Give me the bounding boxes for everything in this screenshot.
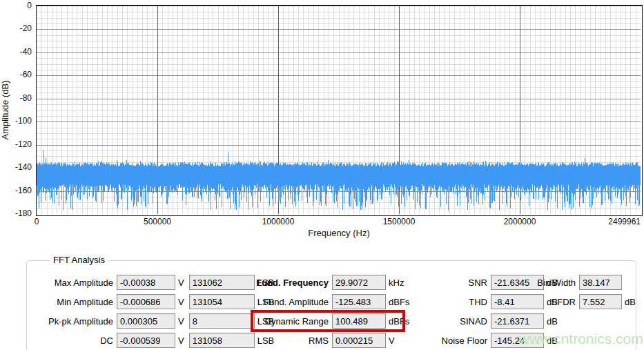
- noise-floor-label: Noise Floor: [413, 336, 491, 346]
- max-amplitude-volts-unit: V: [178, 278, 184, 288]
- fund-amplitude-unit: dBFs: [389, 297, 409, 307]
- dynamic-range-value: 100.489: [335, 316, 368, 327]
- y-tick-label: -140: [0, 162, 32, 172]
- fund-amplitude-row: Fund. Amplitude -125.483 dBFs: [248, 294, 409, 309]
- fundamental-column: Fund. Frequency 29.9072 kHz Fund. Amplit…: [248, 275, 409, 350]
- max-amplitude-lsb-value: 131062: [193, 278, 222, 288]
- min-amplitude-lsb-field[interactable]: 131054: [189, 294, 255, 309]
- max-amplitude-label: Max Amplitude: [32, 278, 117, 288]
- watermark: www.cntronics.com: [519, 331, 643, 347]
- bin-width-field[interactable]: 38.147: [579, 275, 622, 290]
- dynamic-range-row: Dynamic Range 100.489 dBFs: [248, 313, 409, 329]
- thd-label: THD: [413, 297, 491, 307]
- dc-row: DC -0.000539 V 131058 LSB: [32, 333, 274, 348]
- y-tick-label: -60: [0, 70, 32, 79]
- panel-title: FFT Analysis: [50, 255, 108, 265]
- sfdr-value: 7.552: [583, 297, 605, 307]
- pkpk-amplitude-row: Pk-pk Amplitude 0.000305 V 8 LSB: [32, 313, 274, 329]
- max-amplitude-volts-field[interactable]: -0.00038: [117, 275, 175, 290]
- min-amplitude-volts-value: -0.000686: [120, 297, 160, 307]
- x-tick-label: 1500000: [383, 217, 416, 226]
- pkpk-amplitude-volts-value: 0.000305: [120, 316, 157, 327]
- dynamic-range-unit: dBFs: [389, 316, 409, 327]
- sinad-label: SINAD: [413, 316, 491, 327]
- pkpk-amplitude-volts-field[interactable]: 0.000305: [117, 313, 175, 329]
- rms-row: RMS 0.000215 V: [248, 333, 409, 348]
- fft-spectrum-chart: Amplitude (dB) 0-20-40-60-80-100-120-140…: [0, 0, 644, 242]
- rms-label: RMS: [248, 336, 332, 346]
- sfdr-field[interactable]: 7.552: [579, 294, 622, 309]
- spectrum-plot-canvas: [37, 6, 641, 214]
- pkpk-amplitude-lsb-field[interactable]: 8: [189, 313, 255, 329]
- max-amplitude-volts-value: -0.00038: [120, 278, 155, 288]
- fund-amplitude-field[interactable]: -125.483: [332, 294, 386, 309]
- max-amplitude-row: Max Amplitude -0.00038 V 131062 LSB: [32, 275, 274, 290]
- min-amplitude-row: Min Amplitude -0.000686 V 131054 LSB: [32, 294, 274, 309]
- min-amplitude-volts-field[interactable]: -0.000686: [117, 294, 175, 309]
- sfdr-label: SFDR: [518, 297, 579, 307]
- y-tick-label: -100: [0, 116, 32, 126]
- y-tick-label: -20: [0, 23, 32, 33]
- thd-value: -8.41: [494, 297, 515, 307]
- sfdr-row: SFDR 7.552 dB: [518, 294, 636, 309]
- rms-unit: V: [389, 336, 395, 346]
- sfdr-unit: dB: [625, 297, 636, 307]
- dynamic-range-label: Dynamic Range: [248, 316, 332, 327]
- x-tick-label: 1000000: [262, 217, 295, 226]
- dynamic-range-field[interactable]: 100.489: [332, 313, 386, 329]
- bin-width-row: Bin Width 38.147: [518, 275, 636, 290]
- dc-lsb-field[interactable]: 131058: [189, 333, 255, 348]
- snr-label: SNR: [413, 278, 491, 288]
- pkpk-amplitude-volts-unit: V: [178, 316, 184, 327]
- fund-frequency-label: Fund. Frequency: [248, 278, 332, 288]
- x-tick-label: 0: [35, 217, 39, 226]
- sinad-field[interactable]: -21.6371: [491, 313, 544, 329]
- x-axis-title: Frequency (Hz): [37, 228, 641, 238]
- y-tick-label: -160: [0, 186, 32, 195]
- min-amplitude-lsb-value: 131054: [193, 297, 222, 307]
- pkpk-amplitude-label: Pk-pk Amplitude: [32, 316, 117, 327]
- fund-amplitude-label: Fund. Amplitude: [248, 297, 332, 307]
- fund-amplitude-value: -125.483: [335, 297, 371, 307]
- sinad-value: -21.6371: [494, 316, 529, 327]
- bin-width-value: 38.147: [583, 278, 610, 288]
- dc-volts-value: -0.000539: [120, 336, 160, 346]
- min-amplitude-volts-unit: V: [178, 297, 184, 307]
- min-amplitude-label: Min Amplitude: [32, 297, 117, 307]
- fund-frequency-value: 29.9072: [335, 278, 368, 288]
- amplitude-column: Max Amplitude -0.00038 V 131062 LSB Min …: [32, 275, 274, 350]
- plot-area: [36, 5, 643, 216]
- fund-frequency-field[interactable]: 29.9072: [332, 275, 386, 290]
- y-tick-label: -80: [0, 93, 32, 103]
- bin-column: Bin Width 38.147 SFDR 7.552 dB: [518, 275, 636, 313]
- rms-value: 0.000215: [335, 336, 373, 346]
- dc-label: DC: [32, 336, 117, 346]
- pkpk-amplitude-lsb-value: 8: [193, 316, 197, 327]
- fft-analyzer-window: Amplitude (dB) 0-20-40-60-80-100-120-140…: [0, 0, 644, 350]
- sinad-row: SINAD -21.6371 dB: [413, 313, 558, 329]
- y-tick-label: -120: [0, 139, 32, 149]
- x-tick-label: 500000: [144, 217, 171, 226]
- rms-field[interactable]: 0.000215: [332, 333, 386, 348]
- bin-width-label: Bin Width: [518, 278, 579, 288]
- dc-volts-unit: V: [178, 336, 184, 346]
- fund-frequency-unit: kHz: [389, 278, 404, 288]
- max-amplitude-lsb-field[interactable]: 131062: [189, 275, 255, 290]
- y-tick-label: 0: [0, 1, 32, 10]
- sinad-unit: dB: [547, 316, 558, 327]
- fund-frequency-row: Fund. Frequency 29.9072 kHz: [248, 275, 409, 290]
- x-tick-label: 2499961: [608, 217, 641, 226]
- dc-volts-field[interactable]: -0.000539: [117, 333, 175, 348]
- y-tick-label: -180: [0, 208, 32, 218]
- y-tick-label: -40: [0, 47, 32, 57]
- x-tick-label: 2000000: [504, 217, 536, 226]
- dc-lsb-value: 131058: [193, 336, 222, 346]
